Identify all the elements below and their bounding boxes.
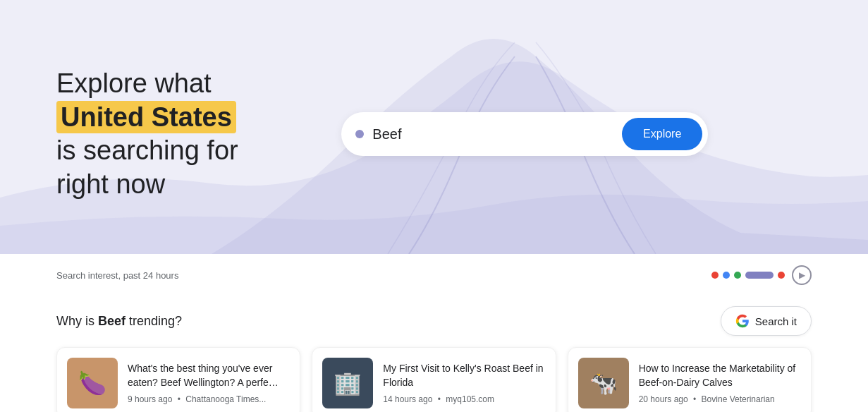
nav-dot-bar[interactable]	[745, 272, 774, 279]
card-2[interactable]: 🏢 My First Visit to Kelly's Roast Beef i…	[312, 347, 556, 412]
card-1-time: 9 hours ago	[128, 394, 172, 404]
search-it-label: Search it	[755, 315, 797, 327]
section-meta: Search interest, past 24 hours ▶	[56, 254, 812, 299]
trending-title-keyword: Beef	[98, 314, 126, 328]
headline-line1: Explore what	[56, 68, 212, 98]
card-2-source: myq105.com	[446, 394, 494, 404]
hero-headline: Explore what United States is searching …	[56, 67, 238, 201]
card-3-title: How to Increase the Marketability of Bee…	[639, 362, 801, 389]
search-dot-icon	[355, 130, 364, 138]
card-1-body: What's the best thing you've ever eaten?…	[128, 362, 290, 404]
card-2-thumbnail: 🏢	[322, 358, 373, 408]
nav-dot-red[interactable]	[711, 272, 719, 279]
card-2-time: 14 hours ago	[383, 394, 432, 404]
card-1-source: Chattanooga Times...	[185, 394, 266, 404]
card-3-time: 20 hours ago	[639, 394, 688, 404]
card-1[interactable]: 🍆 What's the best thing you've ever eate…	[56, 347, 300, 412]
card-2-dot: •	[438, 394, 441, 404]
card-3-dot: •	[693, 394, 696, 404]
card-2-body: My First Visit to Kelly's Roast Beef in …	[383, 362, 545, 404]
card-3[interactable]: 🐄 How to Increase the Marketability of B…	[568, 347, 812, 412]
cards-row: 🍆 What's the best thing you've ever eate…	[56, 347, 812, 412]
hero-text: Explore what United States is searching …	[56, 67, 238, 201]
card-3-meta: 20 hours ago • Bovine Veterinarian	[639, 394, 801, 404]
google-g-icon	[735, 314, 750, 328]
card-3-body: How to Increase the Marketability of Bee…	[639, 362, 801, 404]
headline-line3: right now	[56, 169, 165, 199]
card-2-meta: 14 hours ago • myq105.com	[383, 394, 545, 404]
search-box: Explore	[341, 112, 708, 156]
hero-section: Explore what United States is searching …	[0, 0, 868, 254]
trending-title-suffix: trending?	[126, 314, 182, 328]
nav-dot-red2[interactable]	[778, 272, 785, 279]
dots-nav: ▶	[711, 265, 812, 285]
chart-label: Search interest, past 24 hours	[56, 270, 178, 281]
hero-content: Explore what United States is searching …	[0, 0, 868, 254]
trending-section: Why is Beef trending? Search it 🍆	[56, 306, 812, 412]
bottom-section: Search interest, past 24 hours ▶ Why is …	[0, 254, 868, 412]
headline-line2: is searching for	[56, 135, 238, 165]
card-3-thumbnail: 🐄	[578, 358, 629, 408]
trending-title-prefix: Why is	[56, 314, 98, 328]
card-2-title: My First Visit to Kelly's Roast Beef in …	[383, 362, 545, 389]
card-3-source: Bovine Veterinarian	[702, 394, 775, 404]
headline-highlight: United States	[56, 101, 236, 133]
trending-title: Why is Beef trending?	[56, 314, 182, 329]
card-1-dot: •	[178, 394, 181, 404]
explore-button[interactable]: Explore	[622, 118, 702, 150]
search-it-button[interactable]: Search it	[721, 306, 812, 336]
nav-dot-blue[interactable]	[723, 272, 730, 279]
card-1-title: What's the best thing you've ever eaten?…	[128, 362, 290, 389]
play-button[interactable]: ▶	[792, 265, 812, 285]
trending-header: Why is Beef trending? Search it	[56, 306, 812, 336]
search-input[interactable]	[372, 126, 622, 143]
card-1-meta: 9 hours ago • Chattanooga Times...	[128, 394, 290, 404]
search-box-wrapper: Explore	[238, 112, 812, 156]
nav-dot-green[interactable]	[734, 272, 741, 279]
card-1-thumbnail: 🍆	[67, 358, 118, 408]
